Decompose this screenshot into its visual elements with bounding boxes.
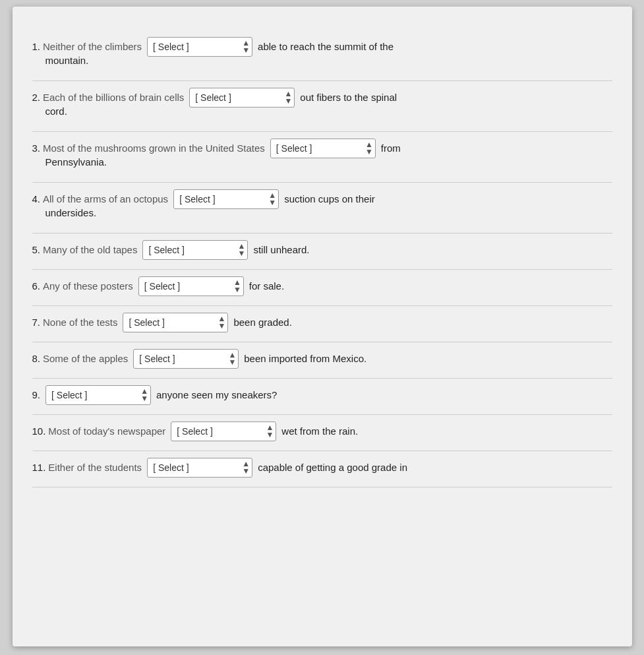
question-prefix-q6: Any of these posters <box>43 278 133 294</box>
question-number-q7: 7. <box>32 315 41 330</box>
question-number-q6: 6. <box>32 278 41 294</box>
question-q2: 2. Each of the billions of brain cells [… <box>32 88 612 122</box>
select-wrapper-q8: [ Select ]hashave▲▼ <box>133 349 239 369</box>
select-q3[interactable]: [ Select ]comescome <box>270 139 376 158</box>
question-suffix-q6: for sale. <box>249 278 284 294</box>
question-q7: 7. None of the tests [ Select ]hashave▲▼… <box>32 313 612 332</box>
question-continuation-q4: undersides. <box>32 205 612 221</box>
select-q4[interactable]: [ Select ]hashave <box>173 189 279 209</box>
question-suffix-q10: wet from the rain. <box>281 423 358 439</box>
question-q9: 9.[ Select ]HasHave▲▼ anyone seen my sne… <box>32 385 612 405</box>
question-q11: 11. Either of the students [ Select ]isa… <box>32 458 612 478</box>
select-wrapper-q10: [ Select ]isare▲▼ <box>171 421 276 441</box>
question-q4: 4. All of the arms of an octopus [ Selec… <box>32 189 612 224</box>
question-q8: 8. Some of the apples [ Select ]hashave▲… <box>32 349 612 369</box>
select-wrapper-q4: [ Select ]hashave▲▼ <box>173 189 279 209</box>
question-prefix-q5: Many of the old tapes <box>43 242 137 258</box>
question-number-q9: 9. <box>32 387 41 403</box>
select-q7[interactable]: [ Select ]hashave <box>123 313 228 332</box>
select-q10[interactable]: [ Select ]isare <box>171 421 276 441</box>
question-suffix-q8: been imported from Mexico. <box>244 351 366 367</box>
select-wrapper-q11: [ Select ]isare▲▼ <box>147 458 252 478</box>
question-q6: 6. Any of these posters [ Select ]isare▲… <box>32 276 612 296</box>
select-q1[interactable]: [ Select ]waswere <box>147 37 252 57</box>
select-q11[interactable]: [ Select ]isare <box>147 458 252 478</box>
question-suffix-q11: capable of getting a good grade in <box>258 460 407 476</box>
select-q5[interactable]: [ Select ]remainremains <box>142 240 248 260</box>
question-prefix-q8: Some of the apples <box>43 351 128 367</box>
question-q3: 3. Most of the mushrooms grown in the Un… <box>32 139 612 173</box>
select-wrapper-q3: [ Select ]comescome▲▼ <box>270 139 376 158</box>
question-q5: 5. Many of the old tapes [ Select ]remai… <box>32 240 612 260</box>
select-wrapper-q9: [ Select ]HasHave▲▼ <box>45 385 151 405</box>
select-q6[interactable]: [ Select ]isare <box>138 276 244 296</box>
select-wrapper-q2: [ Select ]sendssend▲▼ <box>189 88 295 108</box>
question-suffix-q9: anyone seen my sneakers? <box>156 387 277 403</box>
question-suffix-q7: been graded. <box>233 315 291 330</box>
question-number-q11: 11. <box>32 460 46 476</box>
question-continuation-q2: cord. <box>32 104 612 119</box>
select-wrapper-q1: [ Select ]waswere▲▼ <box>147 37 252 57</box>
question-prefix-q11: Either of the students <box>48 460 142 476</box>
question-q10: 10. Most of today's newspaper [ Select ]… <box>32 421 612 441</box>
question-q1: 1. Neither of the climbers [ Select ]was… <box>32 37 612 71</box>
select-q9[interactable]: [ Select ]HasHave <box>45 385 151 405</box>
question-number-q8: 8. <box>32 351 41 367</box>
question-number-q5: 5. <box>32 242 41 258</box>
question-continuation-q1: mountain. <box>32 53 612 69</box>
select-wrapper-q7: [ Select ]hashave▲▼ <box>123 313 228 332</box>
select-q2[interactable]: [ Select ]sendssend <box>189 88 295 108</box>
question-number-q10: 10. <box>32 423 46 439</box>
question-prefix-q7: None of the tests <box>43 315 117 330</box>
question-suffix-q5: still unheard. <box>253 242 309 258</box>
question-prefix-q10: Most of today's newspaper <box>48 423 165 439</box>
exercise-page: 1. Neither of the climbers [ Select ]was… <box>13 7 632 646</box>
select-q8[interactable]: [ Select ]hashave <box>133 349 239 369</box>
select-wrapper-q5: [ Select ]remainremains▲▼ <box>142 240 248 260</box>
select-wrapper-q6: [ Select ]isare▲▼ <box>138 276 244 296</box>
